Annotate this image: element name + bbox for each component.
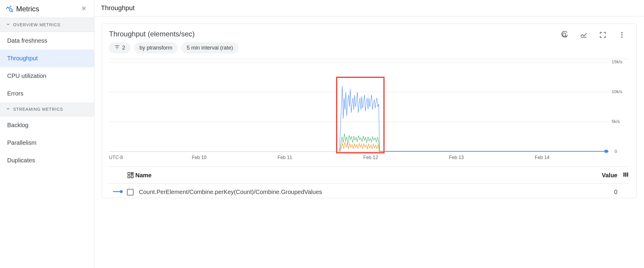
category-icon[interactable] (127, 172, 135, 179)
table-row[interactable]: Count.PerElement/Combine.perKey(Count)/C… (109, 184, 629, 198)
svg-point-5 (621, 32, 622, 33)
row-checkbox[interactable] (127, 189, 139, 195)
x-tick-label: Feb 11 (277, 155, 292, 160)
th-value[interactable]: Value (588, 172, 617, 179)
sidebar-item-label: Backlog (7, 122, 28, 128)
card-title: Throughput (elements/sec) (109, 30, 238, 38)
chevron-down-icon (5, 21, 11, 28)
x-tick-label: Feb 12 (363, 155, 378, 160)
card-header: Throughput (elements/sec) 2 by ptransfor… (109, 30, 629, 59)
td-name: Count.PerElement/Combine.perKey(Count)/C… (139, 189, 588, 195)
chip-filter[interactable]: 2 (109, 42, 131, 53)
sidebar-item-data-freshness[interactable]: Data freshness (0, 32, 94, 50)
svg-rect-15 (128, 172, 130, 175)
section-header-overview[interactable]: OVERVIEW METRICS (0, 18, 94, 32)
x-tick-label: Feb 14 (535, 155, 549, 160)
series-swatch (109, 190, 127, 195)
th-name[interactable]: Name (135, 172, 588, 179)
sidebar-header: Metrics (0, 0, 94, 18)
sidebar-item-cpu-utilization[interactable]: CPU utilization (0, 67, 94, 85)
more-options-button[interactable] (617, 30, 627, 41)
columns-icon[interactable] (617, 171, 629, 179)
card-actions (559, 30, 629, 41)
section-label: STREAMING METRICS (13, 107, 63, 112)
chart[interactable]: 15k/s 10k/s 5k/s 0 UTC-8 Feb 10 Feb 11 F… (109, 59, 629, 164)
svg-point-7 (621, 36, 622, 38)
legend-toggle-button[interactable] (579, 30, 589, 41)
chart-card: Throughput (elements/sec) 2 by ptransfor… (102, 24, 637, 198)
content: Throughput (elements/sec) 2 by ptransfor… (94, 16, 644, 268)
sidebar-item-label: Data freshness (7, 37, 47, 44)
sidebar-item-errors[interactable]: Errors (0, 85, 94, 102)
card-header-left: Throughput (elements/sec) 2 by ptransfor… (109, 30, 238, 59)
chips: 2 by ptransform 5 min interval (rate) (109, 42, 238, 53)
main: Throughput Throughput (elements/sec) 2 (94, 0, 644, 268)
sidebar-item-label: Throughput (7, 55, 38, 61)
chip-group-by[interactable]: by ptransform (134, 42, 178, 53)
td-value: 0 (588, 189, 617, 195)
sidebar-item-label: Duplicates (7, 157, 35, 164)
metrics-icon (5, 4, 13, 13)
sidebar-title: Metrics (16, 5, 39, 13)
section-label: OVERVIEW METRICS (13, 22, 60, 27)
x-tick-label: Feb 10 (192, 155, 206, 160)
svg-rect-13 (337, 77, 384, 153)
sidebar-item-parallelism[interactable]: Parallelism (0, 134, 94, 152)
svg-point-6 (621, 34, 622, 36)
sidebar-item-throughput[interactable]: Throughput (0, 50, 94, 67)
page-title: Throughput (101, 4, 637, 12)
chevron-down-icon (5, 106, 11, 113)
svg-rect-17 (128, 176, 130, 178)
chip-label: 5 min interval (rate) (187, 45, 233, 51)
svg-point-14 (604, 150, 607, 153)
filter-icon (114, 44, 120, 51)
table-header: Name Value (109, 167, 629, 184)
svg-rect-18 (131, 176, 133, 178)
sidebar-item-backlog[interactable]: Backlog (0, 116, 94, 134)
section-header-streaming[interactable]: STREAMING METRICS (0, 102, 94, 116)
chip-interval[interactable]: 5 min interval (rate) (181, 42, 238, 53)
collapse-sidebar-button[interactable] (80, 4, 89, 13)
reset-zoom-button[interactable] (559, 30, 570, 41)
sidebar-item-duplicates[interactable]: Duplicates (0, 152, 94, 169)
x-axis-label: UTC-8 (109, 155, 123, 160)
fullscreen-button[interactable] (598, 30, 608, 41)
svg-rect-20 (625, 172, 626, 177)
sidebar: Metrics OVERVIEW METRICS Data freshness … (0, 0, 94, 268)
svg-point-23 (120, 190, 123, 193)
svg-rect-21 (627, 172, 628, 177)
sidebar-item-label: Errors (7, 90, 23, 97)
svg-rect-19 (623, 172, 625, 177)
y-tick-label: 10k/s (612, 89, 622, 94)
main-header: Throughput (94, 0, 644, 16)
chip-label: by ptransform (139, 45, 172, 51)
svg-line-1 (12, 11, 13, 12)
sidebar-item-label: CPU utilization (7, 73, 46, 79)
y-tick-label: 15k/s (612, 59, 622, 64)
svg-point-0 (10, 9, 12, 11)
x-tick-label: Feb 13 (449, 155, 464, 160)
chip-label: 2 (122, 45, 125, 51)
svg-point-2 (563, 33, 566, 36)
sidebar-title-wrap: Metrics (5, 4, 39, 13)
sidebar-item-label: Parallelism (7, 139, 36, 146)
y-tick-label: 0 (615, 149, 617, 154)
y-tick-label: 5k/s (612, 119, 620, 124)
